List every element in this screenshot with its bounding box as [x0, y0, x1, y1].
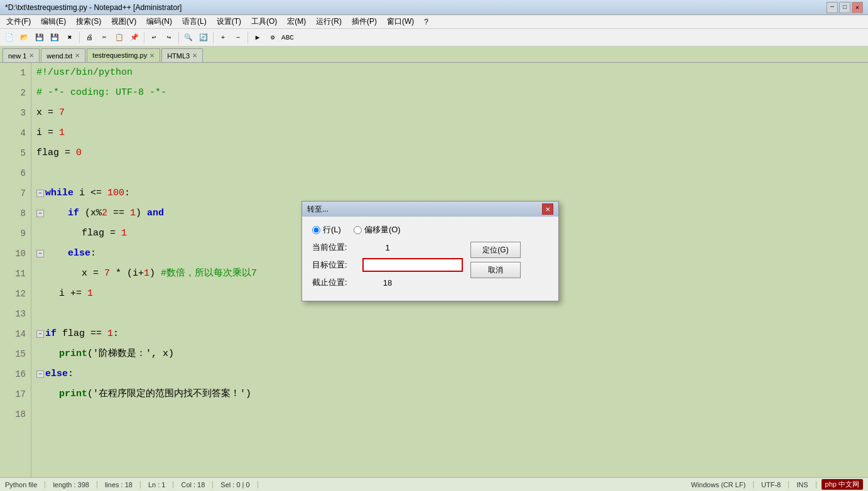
radio-offset[interactable]: [354, 226, 362, 234]
tab-new1[interactable]: new 1 ✕: [3, 48, 40, 62]
menu-run[interactable]: 运行(R): [312, 15, 345, 28]
dialog-buttons: 定位(G) 取消: [470, 242, 521, 278]
line-num-8: 8: [5, 203, 26, 224]
tb-macro[interactable]: ⚙: [266, 31, 279, 45]
fold-btn-14[interactable]: −: [36, 330, 44, 338]
menu-view[interactable]: 视图(V): [107, 15, 140, 28]
tab-testrequestimg-close[interactable]: ✕: [149, 52, 155, 59]
tb-spellcheck[interactable]: ABC: [281, 31, 295, 45]
tab-new1-close[interactable]: ✕: [29, 52, 34, 59]
tb-paste[interactable]: 📌: [127, 31, 141, 45]
window-title: *D:\txt\testrequestimg.py - Notepad++ [A…: [5, 3, 182, 12]
menu-window[interactable]: 窗口(W): [383, 15, 418, 28]
menu-plugins[interactable]: 插件(P): [348, 15, 381, 28]
menu-edit[interactable]: 编辑(E): [37, 15, 70, 28]
tb-zoom-in[interactable]: +: [216, 31, 230, 45]
line-num-14: 14: [5, 324, 26, 344]
line-num-13: 13: [5, 304, 26, 324]
tb-redo[interactable]: ↪: [162, 31, 176, 45]
code-line-4: i = 1: [36, 123, 868, 143]
toolbar-separator-3: [178, 32, 179, 43]
tab-html3[interactable]: HTML3 ✕: [161, 48, 203, 62]
code-line-13: [36, 304, 868, 324]
title-bar: *D:\txt\testrequestimg.py - Notepad++ [A…: [0, 0, 868, 15]
radio-offset-label[interactable]: 偏移量(O): [354, 224, 401, 235]
code-line-16: −else:: [36, 364, 868, 384]
tab-bar: new 1 ✕ wend.txt ✕ testrequestimg.py ✕ H…: [0, 46, 868, 63]
tb-copy[interactable]: 📋: [112, 31, 126, 45]
code-line-1: #!/usr/bin/python: [36, 63, 868, 83]
goto-confirm-button[interactable]: 定位(G): [470, 242, 521, 258]
dialog-radio-row: 行(L) 偏移量(O): [312, 224, 548, 235]
tab-new1-label: new 1: [8, 52, 26, 60]
status-lines: lines : 18: [97, 481, 141, 488]
tb-new[interactable]: 📄: [3, 31, 16, 45]
status-charset: UTF-8: [754, 481, 789, 488]
menu-encoding[interactable]: 编码(N): [143, 15, 176, 28]
tab-wend[interactable]: wend.txt ✕: [41, 48, 85, 62]
close-window-button[interactable]: ✕: [852, 2, 863, 13]
menu-tools[interactable]: 工具(O): [247, 15, 281, 28]
target-pos-input[interactable]: [362, 258, 463, 272]
tab-testrequestimg[interactable]: testrequestimg.py ✕: [87, 48, 160, 62]
tb-undo[interactable]: ↩: [147, 31, 161, 45]
status-file-type: Python file: [5, 481, 45, 488]
menu-search[interactable]: 搜索(S): [72, 15, 105, 28]
target-pos-row: 目标位置:: [312, 258, 463, 272]
line-num-5: 5: [5, 143, 26, 163]
menu-macro[interactable]: 宏(M): [283, 15, 310, 28]
line-num-15: 15: [5, 344, 26, 364]
line-num-9: 9: [5, 224, 26, 244]
line-num-1: 1: [5, 63, 26, 83]
line-num-12: 12: [5, 284, 26, 304]
line-num-11: 11: [5, 264, 26, 284]
target-pos-label: 目标位置:: [312, 259, 362, 271]
dialog-close-button[interactable]: ✕: [542, 203, 553, 215]
php-badge: php 中文网: [822, 479, 863, 490]
line-num-18: 18: [5, 404, 26, 424]
minimize-button[interactable]: ─: [827, 2, 838, 13]
window-controls: ─ □ ✕: [827, 2, 863, 13]
maximize-button[interactable]: □: [839, 2, 850, 13]
fold-btn-16[interactable]: −: [36, 370, 44, 378]
line-num-6: 6: [5, 163, 26, 183]
tab-html3-close[interactable]: ✕: [192, 52, 197, 59]
tab-wend-label: wend.txt: [46, 52, 72, 60]
current-pos-value: 1: [362, 243, 413, 252]
code-line-3: x = 7: [36, 103, 868, 123]
status-length: length : 398: [45, 481, 97, 488]
tb-open[interactable]: 📂: [18, 31, 31, 45]
toolbar: 📄 📂 💾 💾 ✖ 🖨 ✂ 📋 📌 ↩ ↪ 🔍 🔄 + − ▶ ⚙ ABC: [0, 29, 868, 46]
menu-bar: 文件(F) 编辑(E) 搜索(S) 视图(V) 编码(N) 语言(L) 设置(T…: [0, 15, 868, 29]
tb-replace[interactable]: 🔄: [197, 31, 210, 45]
menu-help[interactable]: ?: [420, 16, 432, 28]
tb-run[interactable]: ▶: [251, 31, 264, 45]
tb-print[interactable]: 🖨: [82, 31, 96, 45]
status-sel: Sel : 0 | 0: [213, 481, 258, 488]
tb-find[interactable]: 🔍: [182, 31, 195, 45]
line-num-7: 7: [5, 183, 26, 203]
goto-cancel-button[interactable]: 取消: [470, 262, 521, 278]
radio-line[interactable]: [312, 226, 320, 234]
radio-line-label[interactable]: 行(L): [312, 224, 341, 235]
tb-close[interactable]: ✖: [63, 31, 77, 45]
tb-zoom-out[interactable]: −: [231, 31, 245, 45]
fold-btn-8[interactable]: −: [36, 210, 44, 217]
tb-cut[interactable]: ✂: [97, 31, 111, 45]
tab-wend-close[interactable]: ✕: [75, 52, 80, 59]
line-num-17: 17: [5, 384, 26, 404]
tb-save-all[interactable]: 💾: [48, 31, 62, 45]
status-col: Col : 18: [173, 481, 213, 488]
goto-dialog[interactable]: 转至... ✕ 行(L) 偏移量(O) 当前位置:: [301, 201, 559, 301]
dialog-body: 行(L) 偏移量(O) 当前位置: 1 目标位置:: [302, 217, 558, 301]
tab-html3-label: HTML3: [167, 52, 190, 60]
tb-save[interactable]: 💾: [33, 31, 46, 45]
code-line-14: −if flag == 1:: [36, 324, 868, 344]
menu-file[interactable]: 文件(F): [3, 15, 35, 28]
status-ins: INS: [789, 481, 816, 488]
fold-btn-10[interactable]: −: [36, 250, 44, 257]
fold-btn-7[interactable]: −: [36, 190, 44, 197]
menu-settings[interactable]: 设置(T): [213, 15, 245, 28]
menu-language[interactable]: 语言(L): [178, 15, 210, 28]
line-num-2: 2: [5, 83, 26, 103]
